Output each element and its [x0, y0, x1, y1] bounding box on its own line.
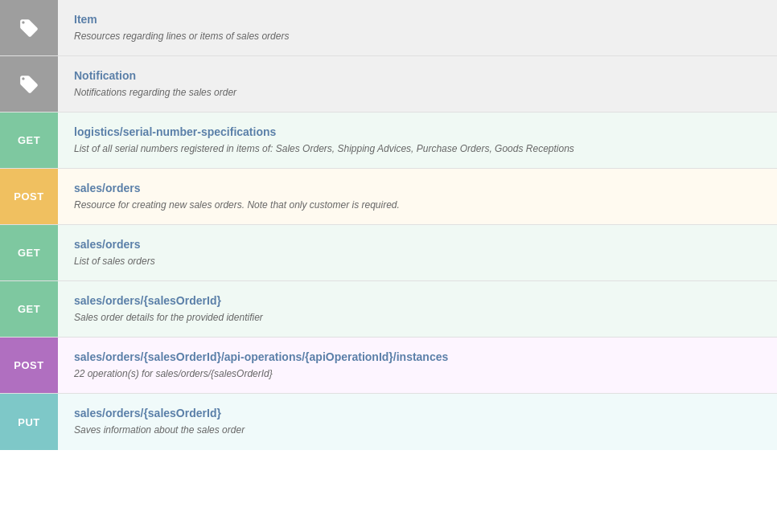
api-desc-get-sales-orders: List of sales orders — [74, 254, 761, 268]
api-desc-item-tag: Resources regarding lines or items of sa… — [74, 29, 761, 43]
method-badge-get-sales-orders: GET — [0, 225, 58, 280]
method-badge-item-tag — [0, 0, 58, 55]
api-title-get-logistics: logistics/serial-number-specifications — [74, 125, 761, 138]
api-content-get-sales-order-id: sales/orders/{salesOrderId}Sales order d… — [58, 281, 777, 337]
api-desc-post-sales-orders: Resource for creating new sales orders. … — [74, 198, 761, 212]
api-title-post-sales-orders: sales/orders — [74, 182, 761, 194]
api-item-item-tag[interactable]: ItemResources regarding lines or items o… — [0, 0, 777, 56]
method-badge-get-logistics: GET — [0, 113, 58, 168]
api-title-put-sales-order-id: sales/orders/{salesOrderId} — [74, 407, 761, 419]
method-badge-post-api-operations: POST — [0, 338, 58, 393]
api-content-get-logistics: logistics/serial-number-specificationsLi… — [58, 113, 777, 168]
tag-icon — [18, 18, 39, 39]
api-content-notification-tag: NotificationNotifications regarding the … — [58, 56, 777, 112]
api-item-post-sales-orders[interactable]: POSTsales/ordersResource for creating ne… — [0, 169, 777, 225]
api-item-get-logistics[interactable]: GETlogistics/serial-number-specification… — [0, 113, 777, 169]
api-desc-get-logistics: List of all serial numbers registered in… — [74, 141, 761, 156]
api-item-put-sales-order-id[interactable]: PUTsales/orders/{salesOrderId}Saves info… — [0, 394, 777, 450]
api-desc-notification-tag: Notifications regarding the sales order — [74, 85, 761, 100]
tag-icon — [18, 74, 39, 95]
api-content-post-api-operations: sales/orders/{salesOrderId}/api-operatio… — [58, 338, 777, 393]
api-title-get-sales-orders: sales/orders — [74, 238, 761, 251]
api-desc-put-sales-order-id: Saves information about the sales order — [74, 423, 761, 437]
api-desc-post-api-operations: 22 operation(s) for sales/orders/{salesO… — [74, 366, 761, 381]
api-content-put-sales-order-id: sales/orders/{salesOrderId}Saves informa… — [58, 394, 777, 450]
api-item-get-sales-order-id[interactable]: GETsales/orders/{salesOrderId}Sales orde… — [0, 281, 777, 338]
api-title-post-api-operations: sales/orders/{salesOrderId}/api-operatio… — [74, 350, 761, 363]
api-content-item-tag: ItemResources regarding lines or items o… — [58, 0, 777, 55]
api-item-get-sales-orders[interactable]: GETsales/ordersList of sales orders — [0, 225, 777, 281]
api-title-get-sales-order-id: sales/orders/{salesOrderId} — [74, 294, 761, 307]
method-badge-get-sales-order-id: GET — [0, 281, 58, 337]
api-content-post-sales-orders: sales/ordersResource for creating new sa… — [58, 169, 777, 224]
api-item-post-api-operations[interactable]: POSTsales/orders/{salesOrderId}/api-oper… — [0, 338, 777, 394]
api-content-get-sales-orders: sales/ordersList of sales orders — [58, 225, 777, 280]
api-title-notification-tag: Notification — [74, 69, 761, 82]
api-item-notification-tag[interactable]: NotificationNotifications regarding the … — [0, 56, 777, 113]
method-badge-put-sales-order-id: PUT — [0, 394, 58, 450]
method-badge-post-sales-orders: POST — [0, 169, 58, 224]
api-desc-get-sales-order-id: Sales order details for the provided ide… — [74, 310, 761, 325]
api-list: ItemResources regarding lines or items o… — [0, 0, 777, 450]
method-badge-notification-tag — [0, 56, 58, 112]
api-title-item-tag: Item — [74, 13, 761, 26]
